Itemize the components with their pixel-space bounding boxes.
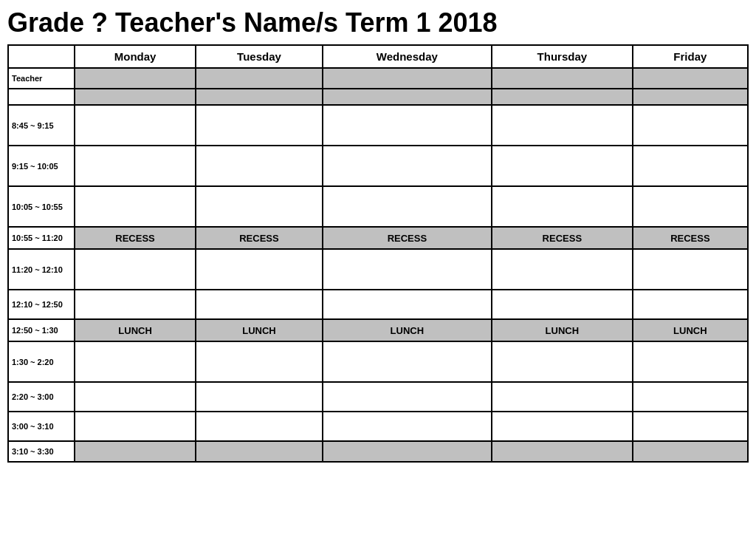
table-row: 12:50 ~ 1:30LUNCHLUNCHLUNCHLUNCHLUNCH [8, 319, 748, 341]
table-row: 2:20 ~ 3:00 [8, 382, 748, 412]
schedule-cell[interactable] [196, 382, 323, 412]
schedule-cell[interactable]: RECESS [75, 227, 196, 249]
schedule-cell[interactable]: LUNCH [633, 319, 748, 341]
header-row: Time Monday Tuesday Wednesday Thursday F… [8, 45, 748, 68]
schedule-cell[interactable] [196, 341, 323, 382]
schedule-cell[interactable] [633, 146, 748, 186]
schedule-cell[interactable]: LUNCH [323, 319, 492, 341]
time-cell: Teacher [8, 68, 75, 89]
header-tuesday: Tuesday [196, 45, 323, 68]
schedule-cell[interactable] [633, 249, 748, 290]
schedule-cell[interactable] [196, 105, 323, 146]
schedule-cell[interactable]: RECESS [492, 227, 633, 249]
table-row: 9:15 ~ 10:05 [8, 146, 748, 186]
schedule-cell[interactable] [323, 89, 492, 105]
schedule-cell[interactable]: LUNCH [75, 319, 196, 341]
time-cell: 12:50 ~ 1:30 [8, 319, 75, 341]
schedule-cell[interactable] [323, 290, 492, 319]
header-monday: Monday [75, 45, 196, 68]
page-title: Grade ? Teacher's Name/s Term 1 2018 [7, 7, 749, 38]
schedule-cell[interactable] [323, 341, 492, 382]
schedule-cell[interactable] [492, 89, 633, 105]
schedule-cell[interactable] [633, 290, 748, 319]
schedule-cell[interactable] [75, 89, 196, 105]
schedule-cell[interactable] [633, 89, 748, 105]
time-cell: 3:10 ~ 3:30 [8, 441, 75, 462]
schedule-cell[interactable] [196, 441, 323, 462]
schedule-cell[interactable]: LUNCH [492, 319, 633, 341]
schedule-cell[interactable] [492, 290, 633, 319]
table-row: 3:10 ~ 3:30 [8, 441, 748, 462]
schedule-cell[interactable] [75, 68, 196, 89]
time-cell: 3:00 ~ 3:10 [8, 412, 75, 441]
time-cell: 10:55 ~ 11:20 [8, 227, 75, 249]
schedule-cell[interactable] [75, 441, 196, 462]
table-row: 8:45 ~ 9:15 [8, 105, 748, 146]
schedule-cell[interactable] [196, 68, 323, 89]
table-row: 3:00 ~ 3:10 [8, 412, 748, 441]
time-cell: 12:10 ~ 12:50 [8, 290, 75, 319]
schedule-cell[interactable] [75, 249, 196, 290]
schedule-cell[interactable] [492, 341, 633, 382]
schedule-cell[interactable] [492, 441, 633, 462]
schedule-cell[interactable]: RECESS [196, 227, 323, 249]
schedule-cell[interactable]: RECESS [323, 227, 492, 249]
schedule-cell[interactable]: LUNCH [196, 319, 323, 341]
schedule-cell[interactable] [196, 290, 323, 319]
table-row [8, 89, 748, 105]
time-cell: 11:20 ~ 12:10 [8, 249, 75, 290]
schedule-cell[interactable] [633, 186, 748, 227]
schedule-cell[interactable] [323, 186, 492, 227]
time-cell: 10:05 ~ 10:55 [8, 186, 75, 227]
time-cell: 1:30 ~ 2:20 [8, 341, 75, 382]
schedule-cell[interactable] [633, 382, 748, 412]
schedule-cell[interactable] [75, 382, 196, 412]
schedule-table: Time Monday Tuesday Wednesday Thursday F… [7, 44, 749, 463]
schedule-cell[interactable] [75, 186, 196, 227]
table-row: Teacher [8, 68, 748, 89]
schedule-cell[interactable] [75, 146, 196, 186]
schedule-cell[interactable] [75, 341, 196, 382]
header-thursday: Thursday [492, 45, 633, 68]
schedule-cell[interactable] [323, 412, 492, 441]
time-cell: 2:20 ~ 3:00 [8, 382, 75, 412]
schedule-cell[interactable] [492, 249, 633, 290]
schedule-cell[interactable] [196, 146, 323, 186]
header-time: Time [8, 45, 75, 68]
header-wednesday: Wednesday [323, 45, 492, 68]
schedule-cell[interactable] [492, 105, 633, 146]
schedule-cell[interactable] [633, 441, 748, 462]
schedule-cell[interactable] [196, 89, 323, 105]
time-cell: 8:45 ~ 9:15 [8, 105, 75, 146]
schedule-cell[interactable] [75, 290, 196, 319]
schedule-cell[interactable] [323, 382, 492, 412]
schedule-cell[interactable] [633, 412, 748, 441]
schedule-cell[interactable] [323, 441, 492, 462]
schedule-cell[interactable] [492, 68, 633, 89]
schedule-cell[interactable] [492, 186, 633, 227]
schedule-cell[interactable] [323, 249, 492, 290]
schedule-cell[interactable] [323, 105, 492, 146]
table-row: 1:30 ~ 2:20 [8, 341, 748, 382]
schedule-cell[interactable] [323, 68, 492, 89]
time-cell: 9:15 ~ 10:05 [8, 146, 75, 186]
schedule-cell[interactable] [633, 105, 748, 146]
schedule-cell[interactable] [492, 412, 633, 441]
schedule-cell[interactable] [323, 146, 492, 186]
schedule-cell[interactable] [75, 105, 196, 146]
schedule-cell[interactable] [196, 412, 323, 441]
schedule-cell[interactable] [633, 341, 748, 382]
schedule-cell[interactable] [492, 146, 633, 186]
table-row: 10:55 ~ 11:20RECESSRECESSRECESSRECESSREC… [8, 227, 748, 249]
header-friday: Friday [633, 45, 748, 68]
table-row: 12:10 ~ 12:50 [8, 290, 748, 319]
table-row: 11:20 ~ 12:10 [8, 249, 748, 290]
schedule-cell[interactable] [75, 412, 196, 441]
schedule-cell[interactable] [196, 249, 323, 290]
table-row: 10:05 ~ 10:55 [8, 186, 748, 227]
schedule-cell[interactable]: RECESS [633, 227, 748, 249]
schedule-cell[interactable] [196, 186, 323, 227]
schedule-cell[interactable] [633, 68, 748, 89]
schedule-cell[interactable] [492, 382, 633, 412]
time-cell [8, 89, 75, 105]
